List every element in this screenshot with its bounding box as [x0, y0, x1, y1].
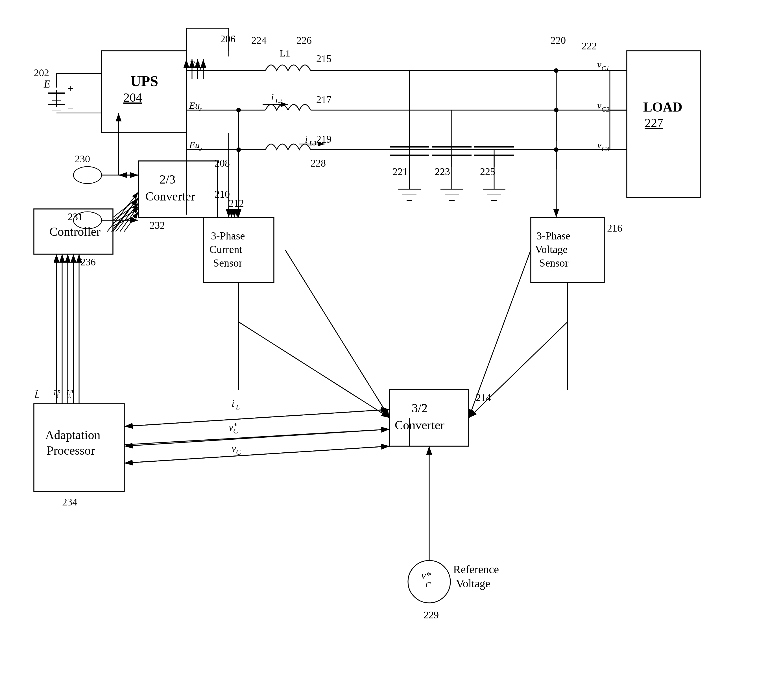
- ref-voltage-label1: Reference: [453, 563, 499, 576]
- ref-208: 208: [214, 157, 230, 169]
- voltage-sensor-label3: Sensor: [539, 257, 569, 269]
- svg-text:L2: L2: [275, 97, 282, 104]
- ref-210: 210: [214, 189, 230, 200]
- load-label: LOAD: [643, 99, 682, 114]
- ref-216: 216: [607, 223, 622, 234]
- svg-text:C: C: [236, 448, 241, 456]
- ups-ref: 204: [123, 91, 142, 104]
- converter32-label2: Converter: [395, 418, 445, 432]
- svg-text:₂: ₂: [199, 105, 202, 112]
- ref-224: 224: [251, 35, 267, 46]
- converter23-label1: 2/3: [160, 173, 175, 186]
- iL2-label: i: [271, 92, 274, 102]
- iL-signal-label: i: [232, 397, 234, 409]
- battery-plus: +: [68, 83, 74, 94]
- ref-voltage-symbol: v*: [421, 570, 431, 581]
- converter23-label2: Converter: [146, 189, 195, 203]
- ref-234: 234: [62, 497, 77, 508]
- circuit-diagram: + − E 202 UPS 204 LOAD 227 2/3 Converter…: [0, 0, 768, 700]
- svg-point-71: [554, 108, 558, 112]
- ref-220: 220: [550, 35, 566, 46]
- eu1-label: Eu: [189, 59, 200, 70]
- adaptation-label1: Adaptation: [45, 428, 101, 442]
- ref-221: 221: [392, 166, 408, 177]
- eu2-label: Eu: [189, 100, 200, 111]
- ref-228: 228: [310, 157, 326, 169]
- battery-label: E: [43, 78, 50, 90]
- ref-217: 217: [316, 94, 331, 105]
- svg-point-66: [236, 147, 241, 152]
- L-hat-label: L̂: [34, 390, 39, 400]
- ref-229: 229: [424, 609, 439, 621]
- svg-text:C3: C3: [602, 145, 609, 152]
- vC-signal-label: v: [232, 443, 236, 454]
- diagram-container: + − E 202 UPS 204 LOAD 227 2/3 Converter…: [0, 0, 768, 700]
- ref-222: 222: [582, 40, 597, 52]
- voltage-sensor-label1: 3-Phase: [536, 230, 570, 242]
- current-sensor-label1: 3-Phase: [211, 230, 245, 242]
- ref-206: 206: [220, 33, 235, 45]
- current-sensor-label2: Current: [210, 243, 243, 255]
- ref-212: 212: [229, 198, 244, 209]
- adaptation-label2: Processor: [46, 444, 95, 457]
- ref-223: 223: [435, 166, 450, 177]
- svg-text:₁: ₁: [199, 64, 202, 71]
- vC1-label: v: [597, 59, 602, 70]
- svg-text:C2: C2: [602, 106, 609, 113]
- ref-226: 226: [296, 35, 312, 46]
- svg-text:C: C: [233, 427, 238, 435]
- ref-voltage-label2: Voltage: [456, 577, 490, 590]
- vC3-label: v: [597, 140, 602, 150]
- svg-point-70: [554, 68, 558, 73]
- vCstar-signal-label: v: [229, 421, 233, 433]
- ref-231: 231: [68, 211, 83, 223]
- vC2-label: v: [597, 100, 602, 111]
- voltage-sensor-label2: Voltage: [535, 243, 568, 255]
- battery-minus: −: [68, 103, 74, 114]
- svg-rect-9: [102, 51, 186, 133]
- svg-text:L: L: [235, 403, 240, 411]
- ref-225: 225: [480, 166, 495, 177]
- svg-rect-16: [390, 390, 469, 446]
- ref-236: 236: [80, 256, 96, 268]
- ref-215: 215: [316, 53, 331, 64]
- iL3-label: i: [305, 134, 307, 144]
- svg-text:k: k: [68, 392, 71, 399]
- ref-219: 219: [316, 134, 331, 145]
- ref-202: 202: [34, 67, 49, 78]
- svg-text:L3: L3: [309, 139, 316, 147]
- eu3-label: Eu: [189, 140, 200, 150]
- svg-text:k: k: [56, 392, 58, 399]
- svg-point-65: [236, 108, 241, 112]
- current-sensor-label3: Sensor: [213, 257, 243, 269]
- controller-label: Controller: [50, 225, 101, 239]
- ups-label: UPS: [130, 73, 158, 89]
- ref-voltage-subscript: C: [426, 580, 431, 589]
- svg-point-72: [554, 147, 558, 152]
- converter32-label1: 3/2: [412, 401, 427, 415]
- svg-rect-10: [627, 51, 700, 198]
- ref-232: 232: [150, 220, 165, 231]
- svg-rect-11: [138, 161, 218, 218]
- svg-text:C1: C1: [602, 65, 609, 72]
- svg-text:₃: ₃: [199, 144, 202, 152]
- ref-230: 230: [75, 153, 90, 165]
- L1-label: L1: [280, 48, 290, 58]
- load-ref: 227: [645, 116, 663, 130]
